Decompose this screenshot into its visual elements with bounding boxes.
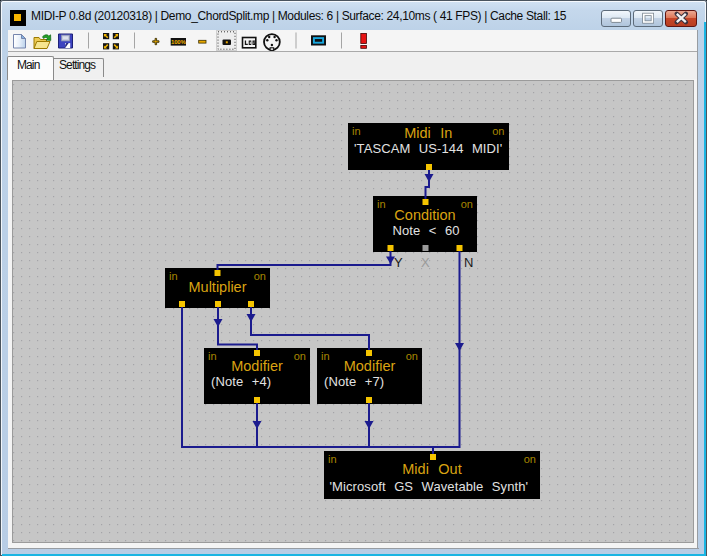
- svg-text:100%: 100%: [171, 39, 186, 45]
